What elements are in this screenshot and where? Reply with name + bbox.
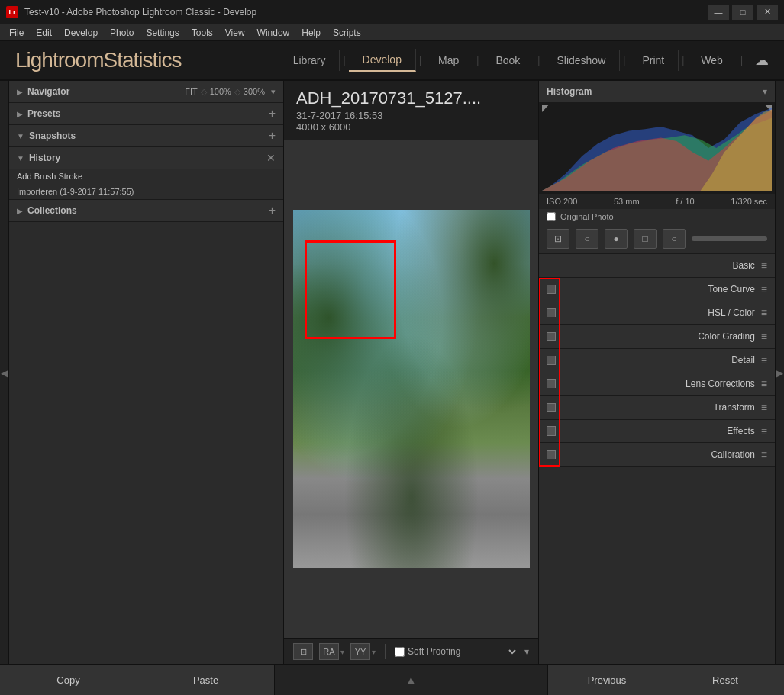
history-title: History — [29, 153, 266, 163]
history-close-button[interactable]: ✕ — [266, 152, 276, 164]
tab-print[interactable]: Print — [628, 50, 679, 71]
transform-header[interactable]: Transform ≡ — [539, 396, 775, 419]
history-item-add-brush[interactable]: Add Brush Stroke — [9, 169, 283, 184]
color-grading-toggle[interactable] — [547, 332, 556, 341]
effects-header[interactable]: Effects ≡ — [539, 420, 775, 442]
tool-red-eye[interactable]: ● — [605, 229, 628, 249]
collections-arrow: ▶ — [17, 207, 23, 215]
hsl-toggle[interactable] — [547, 308, 556, 317]
toolbar-btn-yy1[interactable]: YY — [350, 643, 370, 660]
hsl-menu-icon[interactable]: ≡ — [761, 307, 767, 319]
hsl-color-header[interactable]: HSL / Color ≡ — [539, 301, 775, 324]
maximize-button[interactable]: □ — [732, 5, 753, 20]
basic-section-title: Basic — [547, 260, 755, 271]
tool-linear-gradient[interactable]: □ — [634, 229, 657, 249]
menu-tools[interactable]: Tools — [186, 24, 219, 41]
histogram-header[interactable]: Histogram ▾ — [539, 81, 775, 102]
tab-map[interactable]: Map — [424, 50, 473, 71]
detail-toggle[interactable] — [547, 356, 556, 365]
zoom-300[interactable]: 300% — [244, 87, 265, 96]
tool-slider[interactable] — [692, 236, 767, 241]
right-panel: Histogram ▾ ISO 200 53 mm f / 1 — [538, 81, 775, 664]
tab-web[interactable]: Web — [687, 50, 737, 71]
tone-curve-menu-icon[interactable]: ≡ — [761, 283, 767, 295]
cloud-icon[interactable]: ☁ — [755, 52, 769, 69]
lens-corrections-header[interactable]: Lens Corrections ≡ — [539, 372, 775, 395]
toolbar-more-icon[interactable]: ▾ — [524, 646, 529, 657]
calibration-section: Calibration ≡ — [539, 443, 775, 467]
effects-menu-icon[interactable]: ≡ — [761, 425, 767, 437]
calibration-header[interactable]: Calibration ≡ — [539, 443, 775, 466]
calibration-title: Calibration — [562, 449, 755, 460]
navigator-label: Navigator — [27, 86, 185, 97]
effects-toggle[interactable] — [547, 426, 556, 436]
menu-help[interactable]: Help — [295, 24, 327, 41]
tab-slideshow[interactable]: Slideshow — [543, 50, 620, 71]
paste-button[interactable]: Paste — [137, 665, 274, 695]
zoom-fit[interactable]: FIT — [185, 87, 198, 96]
lens-corrections-toggle[interactable] — [547, 379, 556, 388]
soft-proofing-checkbox[interactable] — [395, 647, 405, 657]
snapshots-header[interactable]: ▼ Snapshots + — [9, 125, 283, 146]
lens-corrections-menu-icon[interactable]: ≡ — [761, 378, 767, 390]
menu-file[interactable]: File — [3, 24, 30, 41]
menu-photo[interactable]: Photo — [104, 24, 140, 41]
tab-develop[interactable]: Develop — [349, 49, 416, 72]
soft-proofing-profile-select[interactable] — [466, 645, 518, 658]
left-collapse-button[interactable]: ◀ — [0, 81, 9, 664]
collections-section: ▶ Collections + — [9, 200, 283, 222]
detail-header[interactable]: Detail ≡ — [539, 349, 775, 372]
tool-heal[interactable]: ○ — [576, 229, 598, 249]
minimize-button[interactable]: — — [708, 5, 729, 20]
toolbar-btn-ra1[interactable]: RA — [319, 643, 339, 660]
history-item-importeren[interactable]: Importeren (1-9-2017 11:57:55) — [9, 184, 283, 199]
calibration-menu-icon[interactable]: ≡ — [761, 449, 767, 461]
presets-add-button[interactable]: + — [269, 107, 276, 121]
basic-section-header[interactable]: Basic ≡ — [539, 254, 775, 277]
left-panel: ▶ Navigator FIT ◇ 100% ◇ 300% ▾ ▶ Preset… — [9, 81, 284, 664]
menu-view[interactable]: View — [219, 24, 251, 41]
original-photo-checkbox[interactable] — [547, 212, 556, 221]
right-collapse-button[interactable]: ▶ — [775, 81, 784, 664]
menu-develop[interactable]: Develop — [58, 24, 104, 41]
history-arrow: ▼ — [17, 154, 24, 162]
color-grading-menu-icon[interactable]: ≡ — [761, 330, 767, 343]
previous-button[interactable]: Previous — [548, 665, 666, 695]
zoom-100[interactable]: 100% — [210, 87, 231, 96]
menu-edit[interactable]: Edit — [30, 24, 58, 41]
crop-tool-button[interactable]: ⊡ — [293, 643, 313, 660]
navigator-header[interactable]: ▶ Navigator FIT ◇ 100% ◇ 300% ▾ — [9, 81, 283, 102]
color-grading-header[interactable]: Color Grading ≡ — [539, 325, 775, 348]
top-nav: LightroomStatistics Library | Develop | … — [0, 41, 784, 81]
presets-header[interactable]: ▶ Presets + — [9, 103, 283, 124]
collections-header[interactable]: ▶ Collections + — [9, 200, 283, 221]
tone-curve-toggle[interactable] — [547, 285, 556, 294]
tone-curve-header[interactable]: Tone Curve ≡ — [539, 278, 775, 301]
menu-scripts[interactable]: Scripts — [327, 24, 367, 41]
menu-settings[interactable]: Settings — [140, 24, 185, 41]
close-button[interactable]: ✕ — [757, 5, 778, 20]
histogram-menu-icon[interactable]: ▾ — [763, 86, 767, 97]
snapshots-add-button[interactable]: + — [269, 129, 276, 143]
detail-menu-icon[interactable]: ≡ — [761, 354, 767, 366]
color-grading-section: Color Grading ≡ — [539, 325, 775, 349]
tool-radial-gradient[interactable]: ○ — [663, 229, 686, 249]
original-photo-label: Original Photo — [560, 212, 614, 221]
collections-add-button[interactable]: + — [269, 204, 276, 217]
menu-window[interactable]: Window — [251, 24, 296, 41]
filmstrip-collapse-icon[interactable]: ▲ — [405, 674, 418, 687]
transform-toggle[interactable] — [547, 403, 556, 412]
left-bottom-bar: Copy Paste — [0, 665, 275, 695]
transform-menu-icon[interactable]: ≡ — [761, 401, 767, 413]
copy-button[interactable]: Copy — [0, 665, 137, 695]
hsl-color-title: HSL / Color — [562, 307, 755, 318]
tab-book[interactable]: Book — [482, 50, 534, 71]
tab-library[interactable]: Library — [279, 50, 340, 71]
tool-crop[interactable]: ⊡ — [547, 229, 569, 249]
reset-button[interactable]: Reset — [666, 665, 784, 695]
calibration-toggle[interactable] — [547, 450, 556, 459]
hsl-color-section: HSL / Color ≡ — [539, 301, 775, 325]
exif-info: ISO 200 53 mm f / 10 1/320 sec — [539, 194, 775, 209]
history-header[interactable]: ▼ History ✕ — [9, 147, 283, 169]
basic-section-menu-icon[interactable]: ≡ — [761, 259, 767, 272]
